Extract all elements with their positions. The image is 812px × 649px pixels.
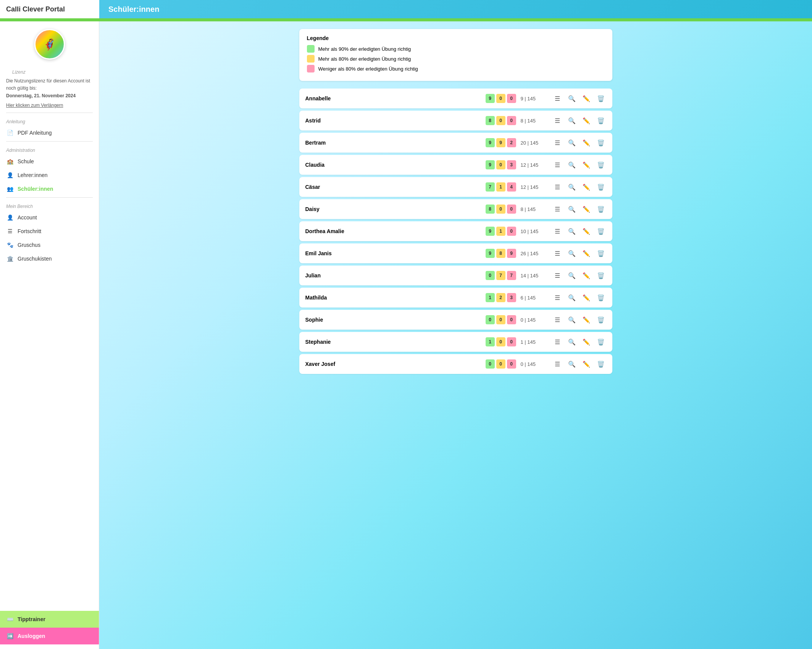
sidebar-item-gruschus[interactable]: 🐾 Gruschus bbox=[0, 238, 99, 252]
delete-icon[interactable]: 🗑️ bbox=[596, 137, 606, 148]
student-score: 1 | 145 bbox=[521, 339, 547, 345]
schueler-label: Schüler:innen bbox=[18, 186, 53, 192]
badge-yellow: 0 bbox=[496, 205, 505, 214]
legend-color-yellow bbox=[307, 55, 315, 63]
edit-icon[interactable]: ✏️ bbox=[581, 292, 592, 303]
list-icon[interactable]: ☰ bbox=[552, 182, 563, 192]
search-icon[interactable]: 🔍 bbox=[567, 182, 577, 192]
edit-icon[interactable]: ✏️ bbox=[581, 314, 592, 325]
list-icon[interactable]: ☰ bbox=[552, 137, 563, 148]
student-actions: ☰ 🔍 ✏️ 🗑️ bbox=[552, 115, 606, 126]
delete-icon[interactable]: 🗑️ bbox=[596, 292, 606, 303]
ausloggen-button[interactable]: ➡️ Ausloggen bbox=[0, 628, 99, 644]
delete-icon[interactable]: 🗑️ bbox=[596, 182, 606, 192]
delete-icon[interactable]: 🗑️ bbox=[596, 248, 606, 259]
mein-bereich-label: Mein Bereich bbox=[0, 199, 99, 211]
sidebar-item-account[interactable]: 👤 Account bbox=[0, 211, 99, 224]
sidebar-item-lehrer[interactable]: 👤 Lehrer:innen bbox=[0, 168, 99, 182]
delete-icon[interactable]: 🗑️ bbox=[596, 226, 606, 237]
list-icon[interactable]: ☰ bbox=[552, 159, 563, 170]
student-actions: ☰ 🔍 ✏️ 🗑️ bbox=[552, 159, 606, 170]
search-icon[interactable]: 🔍 bbox=[567, 93, 577, 104]
list-icon[interactable]: ☰ bbox=[552, 226, 563, 237]
search-icon[interactable]: 🔍 bbox=[567, 204, 577, 214]
badge-green: 0 bbox=[486, 271, 495, 280]
edit-icon[interactable]: ✏️ bbox=[581, 159, 592, 170]
delete-icon[interactable]: 🗑️ bbox=[596, 93, 606, 104]
admin-section-label: Administration bbox=[0, 143, 99, 155]
edit-icon[interactable]: ✏️ bbox=[581, 337, 592, 347]
search-icon[interactable]: 🔍 bbox=[567, 226, 577, 237]
edit-icon[interactable]: ✏️ bbox=[581, 93, 592, 104]
student-score: 8 | 145 bbox=[521, 206, 547, 212]
badge-green: 8 bbox=[486, 205, 495, 214]
search-icon[interactable]: 🔍 bbox=[567, 159, 577, 170]
pdf-icon: 📄 bbox=[6, 129, 14, 137]
page-title: Schüler:innen bbox=[99, 0, 812, 18]
search-icon[interactable]: 🔍 bbox=[567, 314, 577, 325]
search-icon[interactable]: 🔍 bbox=[567, 337, 577, 347]
delete-icon[interactable]: 🗑️ bbox=[596, 270, 606, 281]
list-icon[interactable]: ☰ bbox=[552, 270, 563, 281]
badge-pink: 3 bbox=[507, 293, 516, 302]
sidebar-item-fortschritt[interactable]: ☰ Fortschritt bbox=[0, 224, 99, 238]
table-row: Julian 0 7 7 14 | 145 ☰ 🔍 ✏️ 🗑️ bbox=[299, 266, 612, 285]
delete-icon[interactable]: 🗑️ bbox=[596, 204, 606, 214]
license-date: Donnerstag, 21. November 2024 bbox=[6, 93, 76, 98]
table-row: Sophie 0 0 0 0 | 145 ☰ 🔍 ✏️ 🗑️ bbox=[299, 310, 612, 330]
anleitung-section-label: Anleitung bbox=[0, 114, 99, 126]
edit-icon[interactable]: ✏️ bbox=[581, 115, 592, 126]
fortschritt-label: Fortschritt bbox=[18, 228, 41, 234]
ausloggen-icon: ➡️ bbox=[6, 632, 14, 640]
delete-icon[interactable]: 🗑️ bbox=[596, 115, 606, 126]
gruschus-icon: 🐾 bbox=[6, 241, 14, 249]
badge-green: 1 bbox=[486, 293, 495, 302]
sidebar-item-schule[interactable]: 🏫 Schule bbox=[0, 155, 99, 168]
sidebar-bottom: ⌨️ Tipptrainer ➡️ Ausloggen bbox=[0, 611, 99, 644]
edit-icon[interactable]: ✏️ bbox=[581, 137, 592, 148]
legend-color-green bbox=[307, 45, 315, 53]
account-label: Account bbox=[18, 214, 37, 221]
student-badges: 8 0 0 bbox=[486, 116, 516, 125]
badge-pink: 0 bbox=[507, 359, 516, 369]
search-icon[interactable]: 🔍 bbox=[567, 137, 577, 148]
license-extend-link[interactable]: Hier klicken zum Verlängern bbox=[0, 103, 99, 111]
list-icon[interactable]: ☰ bbox=[552, 337, 563, 347]
list-icon[interactable]: ☰ bbox=[552, 314, 563, 325]
search-icon[interactable]: 🔍 bbox=[567, 292, 577, 303]
edit-icon[interactable]: ✏️ bbox=[581, 182, 592, 192]
delete-icon[interactable]: 🗑️ bbox=[596, 359, 606, 369]
edit-icon[interactable]: ✏️ bbox=[581, 359, 592, 369]
delete-icon[interactable]: 🗑️ bbox=[596, 314, 606, 325]
search-icon[interactable]: 🔍 bbox=[567, 115, 577, 126]
lehrer-icon: 👤 bbox=[6, 171, 14, 179]
sidebar-item-schueler[interactable]: 👥 Schüler:innen bbox=[0, 182, 99, 196]
edit-icon[interactable]: ✏️ bbox=[581, 270, 592, 281]
list-icon[interactable]: ☰ bbox=[552, 204, 563, 214]
search-icon[interactable]: 🔍 bbox=[567, 248, 577, 259]
student-score: 9 | 145 bbox=[521, 96, 547, 101]
list-icon[interactable]: ☰ bbox=[552, 93, 563, 104]
search-icon[interactable]: 🔍 bbox=[567, 270, 577, 281]
sidebar-item-pdf[interactable]: 📄 PDF Anleitung bbox=[0, 126, 99, 140]
student-badges: 0 0 0 bbox=[486, 359, 516, 369]
gruschus-label: Gruschus bbox=[18, 242, 40, 248]
search-icon[interactable]: 🔍 bbox=[567, 359, 577, 369]
list-icon[interactable]: ☰ bbox=[552, 359, 563, 369]
delete-icon[interactable]: 🗑️ bbox=[596, 337, 606, 347]
mascot-image: 🦸‍♀️ bbox=[34, 29, 65, 60]
table-row: Dorthea Amalie 9 1 0 10 | 145 ☰ 🔍 ✏️ 🗑️ bbox=[299, 221, 612, 241]
mascot-area: 🦸‍♀️ bbox=[0, 26, 99, 61]
list-icon[interactable]: ☰ bbox=[552, 248, 563, 259]
sidebar-item-gruschukisten[interactable]: 🏛️ Gruschukisten bbox=[0, 252, 99, 266]
edit-icon[interactable]: ✏️ bbox=[581, 204, 592, 214]
edit-icon[interactable]: ✏️ bbox=[581, 226, 592, 237]
list-icon[interactable]: ☰ bbox=[552, 292, 563, 303]
student-actions: ☰ 🔍 ✏️ 🗑️ bbox=[552, 226, 606, 237]
edit-icon[interactable]: ✏️ bbox=[581, 248, 592, 259]
student-badges: 1 0 0 bbox=[486, 337, 516, 346]
tipptrainer-button[interactable]: ⌨️ Tipptrainer bbox=[0, 611, 99, 628]
student-score: 8 | 145 bbox=[521, 118, 547, 124]
delete-icon[interactable]: 🗑️ bbox=[596, 159, 606, 170]
list-icon[interactable]: ☰ bbox=[552, 115, 563, 126]
